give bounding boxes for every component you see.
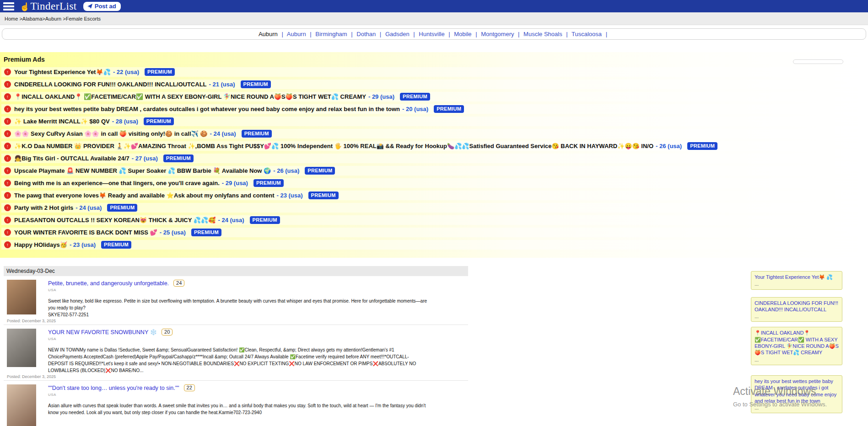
premium-ad-title[interactable]: Upscale Playmate 🚨 NEW NUMBER 💦 Super So… <box>14 167 271 174</box>
premium-ad-row[interactable]: ↑ Your Tightest Experience Yet🦊💦 - 22 (u… <box>1 67 863 77</box>
sidebar-ad-box[interactable]: 📍INCALL OAKLAND📍 ✅FACETIME/CAR✅ WITH A S… <box>751 327 842 365</box>
city-separator: | <box>349 31 355 37</box>
premium-ad-title[interactable]: 📍INCALL OAKLAND📍 ✅FACETIME/CAR✅ WITH A S… <box>14 93 366 100</box>
premium-ad-row[interactable]: ↑ Being with me is an experience—one tha… <box>1 178 863 188</box>
premium-badge[interactable]: PREMIUM <box>107 204 137 212</box>
premium-ad-row[interactable]: ↑ 📍INCALL OAKLAND📍 ✅FACETIME/CAR✅ WITH A… <box>1 92 863 101</box>
premium-badge[interactable]: PREMIUM <box>434 105 464 113</box>
premium-badge[interactable]: PREMIUM <box>145 68 175 76</box>
up-arrow-icon: ↑ <box>4 192 11 199</box>
sidebar-ad-box[interactable]: hey its your best wettes petite baby DRE… <box>751 375 842 413</box>
premium-badge[interactable]: PREMIUM <box>250 216 280 224</box>
breadcrumb-link[interactable]: Alabama <box>22 16 42 21</box>
listing-country: USA <box>48 337 428 341</box>
premium-ad-age: - 24 (usa) <box>218 217 244 224</box>
up-arrow-icon: ↑ <box>4 241 11 248</box>
date-header: Wednesday-03-Dec <box>4 266 468 276</box>
up-arrow-icon: ↑ <box>4 204 11 211</box>
sidebar-ad-title[interactable]: hey its your best wettes petite baby DRE… <box>755 378 839 404</box>
premium-ad-row[interactable]: ↑ Happy HOlidays🥳 - 23 (usa) PREMIUM <box>1 240 863 250</box>
listing-title-link[interactable]: Petite, brunette, and dangerously unforg… <box>48 280 169 287</box>
listing-photo[interactable] <box>7 384 36 426</box>
premium-ad-age: - 29 (usa) <box>368 93 394 100</box>
listing-title-link[interactable]: YOUR NEW FAVORITE SNOWBUNNY ❄️ <box>48 329 157 335</box>
up-arrow-icon: ↑ <box>4 217 11 224</box>
up-arrow-icon: ↑ <box>4 130 11 137</box>
premium-ad-row[interactable]: ↑ 🌸🌸 Sexy CuRvy Asian 🌸🌸 in call 🍑 visit… <box>1 129 863 138</box>
premium-badge[interactable]: PREMIUM <box>144 117 174 125</box>
premium-ad-title[interactable]: 🌸🌸 Sexy CuRvy Asian 🌸🌸 in call 🍑 visitin… <box>14 130 208 137</box>
listings: Petite, brunette, and dangerously unforg… <box>0 276 868 426</box>
premium-ad-row[interactable]: ↑ ✨ Lake Merritt INCALL✨ $80 QV - 28 (us… <box>1 117 863 126</box>
city-link[interactable]: Tuscaloosa <box>571 31 602 37</box>
city-link[interactable]: Auburn <box>287 31 306 37</box>
premium-ad-row[interactable]: ↑ ✨K.O Daa NUMBER 👑 PROVIDER 🧎✨💕AMAZING … <box>1 141 863 151</box>
sidebar-ad-box[interactable]: Your Tightest Experience Yet🦊 💦 ... <box>751 271 842 290</box>
premium-badge[interactable]: PREMIUM <box>241 80 271 88</box>
sidebar-ad-ellipsis: ... <box>755 405 839 411</box>
city-link[interactable]: Auburn <box>259 31 278 37</box>
breadcrumb-link[interactable]: Home <box>5 16 18 21</box>
city-link[interactable]: Birmingham <box>315 31 347 37</box>
breadcrumb-link[interactable]: Female Escorts <box>66 16 101 21</box>
premium-badge[interactable]: PREMIUM <box>253 179 284 187</box>
sidebar-ad-title[interactable]: 📍INCALL OAKLAND📍 ✅FACETIME/CAR✅ WITH A S… <box>755 330 839 356</box>
premium-badge[interactable]: PREMIUM <box>101 241 131 249</box>
premium-ad-row[interactable]: ↑ Upscale Playmate 🚨 NEW NUMBER 💦 Super … <box>1 166 863 176</box>
premium-ad-row[interactable]: ↑ CINDERELLA LOOKING FOR FUN!!! OAKLAND!… <box>1 80 863 89</box>
premium-badge[interactable]: PREMIUM <box>308 192 339 199</box>
premium-ad-title[interactable]: PLEASANTON OUTCALLS !! SEXY KOREAN😻 THIC… <box>14 217 216 224</box>
premium-ad-row[interactable]: ↑ Party with 2 Hot girls - 24 (usa) PREM… <box>1 203 863 213</box>
city-link[interactable]: Dothan <box>356 31 376 37</box>
sidebar-ad-title[interactable]: Your Tightest Experience Yet🦊 💦 <box>755 274 839 280</box>
premium-ad-title[interactable]: YOUR WINTER FAVORITE IS BACK DONT MISS 💕 <box>14 229 157 236</box>
city-link[interactable]: Huntsville <box>419 31 444 37</box>
city-separator: | <box>307 31 313 37</box>
city-separator: | <box>411 31 417 37</box>
floating-input[interactable] <box>793 59 843 64</box>
city-link[interactable]: Muscle Shoals <box>523 31 562 37</box>
premium-badge[interactable]: PREMIUM <box>191 229 221 236</box>
listing-item: YOUR NEW FAVORITE SNOWBUNNY ❄️ 20 USA NE… <box>4 325 468 381</box>
up-arrow-icon: ↑ <box>4 155 11 162</box>
premium-ad-title[interactable]: Your Tightest Experience Yet🦊💦 <box>14 69 111 75</box>
sidebar-ad-ellipsis: ... <box>755 281 839 287</box>
premium-ad-title[interactable]: ✨K.O Daa NUMBER 👑 PROVIDER 🧎✨💕AMAZING Th… <box>14 143 653 149</box>
premium-badge[interactable]: PREMIUM <box>687 142 717 150</box>
listing-photo[interactable] <box>7 280 36 314</box>
sidebar-ad-box[interactable]: CINDERELLA LOOKING FOR FUN!!! OAKLAND!!!… <box>751 297 842 322</box>
premium-ad-title[interactable]: Being with me is an experience—one that … <box>14 180 220 186</box>
premium-ad-row[interactable]: ↑ PLEASANTON OUTCALLS !! SEXY KOREAN😻 TH… <box>1 215 863 225</box>
premium-badge[interactable]: PREMIUM <box>242 130 272 138</box>
city-link[interactable]: Montgomery <box>481 31 514 37</box>
paper-plane-icon <box>87 3 93 9</box>
listing-title-link[interactable]: ""Don't stare too long… unless you're re… <box>48 385 179 391</box>
premium-ad-title[interactable]: hey its your best wettes petite baby DRE… <box>14 106 400 112</box>
premium-ad-title[interactable]: Party with 2 Hot girls <box>14 204 73 211</box>
premium-ad-title[interactable]: CINDERELLA LOOKING FOR FUN!!! OAKLAND!!!… <box>14 81 207 88</box>
breadcrumb-link[interactable]: Auburn <box>45 16 61 21</box>
listing-photo[interactable] <box>7 329 36 367</box>
premium-ad-row[interactable]: ↑ YOUR WINTER FAVORITE IS BACK DONT MISS… <box>1 228 863 237</box>
premium-ad-row[interactable]: ↑ The pawg that everyone loves🦊 Ready an… <box>1 191 863 200</box>
city-link[interactable]: Gadsden <box>385 31 410 37</box>
hamburger-menu-icon[interactable] <box>3 2 14 11</box>
premium-badge[interactable]: PREMIUM <box>400 93 430 101</box>
sidebar-ad-ellipsis: ... <box>755 313 839 320</box>
listing-phone: SKYE702-577-2251 <box>48 311 428 318</box>
premium-ad-title[interactable]: Happy HOlidays🥳 <box>14 241 67 248</box>
premium-badge[interactable]: PREMIUM <box>305 167 335 175</box>
city-link[interactable]: Mobile <box>454 31 471 37</box>
premium-ad-row[interactable]: ↑ 👧Big Tits Girl - OUTCALL Available 24/… <box>1 154 863 163</box>
premium-ad-title[interactable]: The pawg that everyone loves🦊 Ready and … <box>14 192 274 199</box>
premium-ad-age: - 22 (usa) <box>113 69 139 75</box>
post-ad-button[interactable]: Post ad <box>83 2 121 11</box>
premium-ad-row[interactable]: ↑ hey its your best wettes petite baby D… <box>1 104 863 114</box>
premium-ad-age: - 29 (usa) <box>222 180 248 186</box>
premium-ad-title[interactable]: 👧Big Tits Girl - OUTCALL Available 24/7 <box>14 155 129 162</box>
site-logo[interactable]: ☝ TinderList <box>20 0 77 12</box>
premium-badge[interactable]: PREMIUM <box>163 154 194 162</box>
sidebar-ad-title[interactable]: CINDERELLA LOOKING FOR FUN!!! OAKLAND!!!… <box>755 300 839 313</box>
premium-ad-title[interactable]: ✨ Lake Merritt INCALL✨ $80 QV <box>14 118 110 125</box>
breadcrumb-separator: > <box>18 16 22 21</box>
